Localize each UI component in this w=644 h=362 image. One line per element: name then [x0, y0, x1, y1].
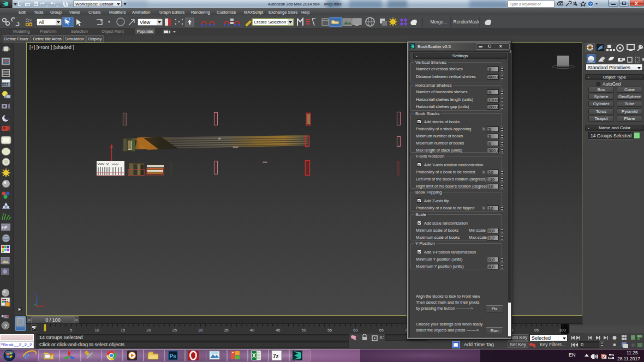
svg-text:20: 20	[146, 328, 151, 333]
svg-text:30: 30	[198, 328, 202, 333]
svg-text:35: 35	[224, 328, 228, 333]
svg-text:60: 60	[353, 328, 357, 333]
svg-text:7z: 7z	[273, 353, 279, 359]
svg-text:HF: HF	[2, 225, 8, 230]
svg-text:?: ?	[4, 323, 8, 329]
svg-text:View: View	[140, 20, 151, 25]
svg-text:100: 100	[559, 328, 566, 333]
svg-text:55: 55	[327, 328, 332, 333]
svg-text:10: 10	[95, 328, 99, 333]
svg-text:All: All	[39, 20, 44, 25]
svg-text:95: 95	[534, 328, 539, 333]
svg-text:50: 50	[302, 328, 306, 333]
svg-text:5: 5	[70, 328, 72, 333]
svg-text:25: 25	[172, 328, 177, 333]
svg-text:Create Selection Se: Create Selection Se	[254, 20, 293, 25]
svg-text:65: 65	[379, 328, 384, 333]
svg-text:?: ?	[589, 2, 592, 7]
svg-text:z: z	[35, 293, 37, 297]
svg-text:x: x	[44, 302, 46, 305]
svg-text:15: 15	[121, 328, 125, 333]
svg-text:X: X	[252, 353, 256, 359]
svg-text:Ps: Ps	[170, 353, 177, 359]
svg-text:45: 45	[276, 328, 280, 333]
svg-text:40: 40	[250, 328, 254, 333]
